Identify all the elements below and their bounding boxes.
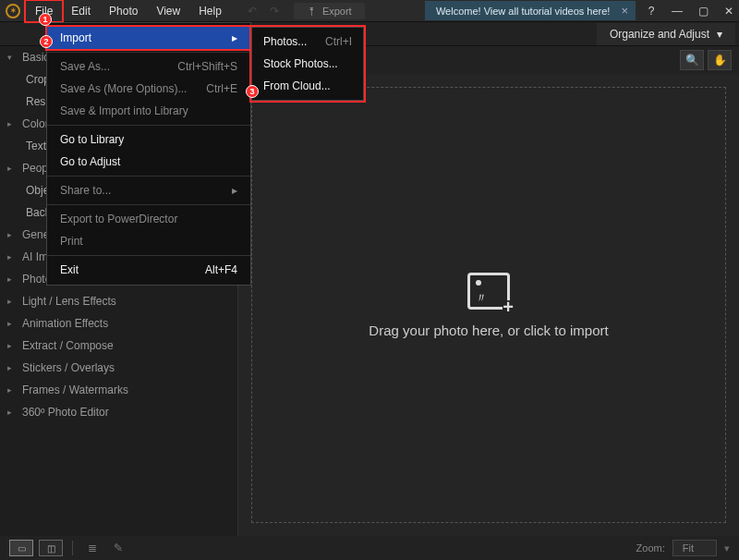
image-placeholder-icon: 〃+ — [467, 273, 510, 310]
undo-icon: ↶ — [242, 2, 262, 20]
menu-item[interactable]: ExitAlt+F4 — [47, 259, 250, 281]
brush-icon[interactable]: ✎ — [108, 539, 128, 557]
menu-item-label: Save As... — [60, 60, 110, 73]
menu-item-label: Import — [60, 31, 91, 44]
drop-text: Drag your photo here, or click to import — [369, 323, 608, 338]
submenu-item[interactable]: Photos...Ctrl+I — [252, 30, 363, 53]
caret-icon: ▸ — [7, 252, 17, 262]
titlebar: ✶ FileEditPhotoViewHelp ↶ ↷ ⭱ Export Wel… — [0, 0, 739, 22]
hand-icon: ✋ — [713, 54, 727, 67]
submenu-item[interactable]: From Cloud... — [252, 75, 363, 97]
sidebar-item-label: Gene — [22, 228, 49, 241]
caret-icon: ▸ — [7, 408, 17, 417]
callout-3: 3 — [246, 85, 259, 98]
close-icon[interactable]: × — [621, 4, 628, 18]
sidebar-item-label: 360º Photo Editor — [22, 406, 109, 419]
menu-item-shortcut: ▸ — [232, 31, 237, 44]
menu-separator — [47, 255, 250, 256]
menu-item: Export to PowerDirector — [47, 208, 250, 230]
menu-separator — [47, 52, 250, 53]
menu-item: Save As (More Options)...Ctrl+E — [47, 78, 250, 100]
caret-icon: ▸ — [7, 297, 17, 306]
caret-icon: ▸ — [7, 319, 17, 328]
file-menu: Import▸Save As...Ctrl+Shift+SSave As (Mo… — [46, 22, 251, 286]
submenu-item-label: Photos... — [263, 35, 307, 48]
chevron-down-icon: ▾ — [717, 28, 722, 41]
app-logo: ✶ — [6, 4, 20, 18]
menu-item-label: Go to Adjust — [60, 155, 120, 168]
export-icon: ⭱ — [307, 6, 317, 17]
caret-icon: ▸ — [7, 385, 17, 395]
close-button[interactable]: ✕ — [719, 2, 739, 20]
sidebar-item[interactable]: ▸Light / Lens Effects — [0, 290, 237, 312]
canvas-area: 🔍 ✋ 〃+ Drag your photo here, or click to… — [238, 46, 739, 536]
menu-help[interactable]: Help — [189, 1, 231, 21]
menu-item-label: Exit — [60, 263, 79, 276]
sidebar-item[interactable]: ▸Extract / Compose — [0, 335, 237, 357]
sidebar-item[interactable]: ▸360º Photo Editor — [0, 401, 237, 423]
minimize-button[interactable]: — — [667, 2, 687, 20]
mode-label: Organize and Adjust — [610, 28, 709, 41]
menu-item-label: Save As (More Options)... — [60, 82, 187, 95]
caret-icon: ▸ — [7, 119, 17, 128]
mode-button[interactable]: Organize and Adjust ▾ — [597, 23, 735, 45]
pan-button[interactable]: ✋ — [708, 50, 732, 70]
menu-item[interactable]: Go to Adjust — [47, 151, 250, 173]
caret-icon: ▸ — [7, 230, 17, 239]
maximize-button[interactable]: ▢ — [693, 2, 713, 20]
welcome-banner[interactable]: Welcome! View all tutorial videos here! … — [425, 1, 636, 20]
menu-edit[interactable]: Edit — [62, 1, 100, 21]
view-split-button[interactable]: ◫ — [39, 540, 63, 556]
export-label: Export — [322, 6, 352, 17]
caret-icon: ▸ — [7, 341, 17, 350]
menu-separator — [47, 125, 250, 126]
callout-1: 1 — [39, 13, 52, 26]
sidebar-item-label: Color — [22, 117, 49, 130]
menu-item-shortcut: Ctrl+E — [206, 82, 237, 95]
histogram-icon[interactable]: ≣ — [82, 539, 103, 557]
submenu-item-label: Stock Photos... — [263, 57, 338, 70]
menu-item-label: Go to Library — [60, 133, 124, 146]
menu-item: Print — [47, 230, 250, 252]
zoom-select[interactable]: Fit — [672, 540, 717, 556]
menu-separator — [47, 204, 250, 205]
menu-item-shortcut: ▸ — [232, 184, 237, 197]
menu-item[interactable]: Go to Library — [47, 128, 250, 151]
search-button[interactable]: 🔍 — [680, 50, 704, 70]
menu-separator — [47, 176, 250, 177]
submenu-item[interactable]: Stock Photos... — [252, 53, 363, 75]
menu-item: Share to...▸ — [47, 179, 250, 201]
menu-item[interactable]: Import▸ — [47, 27, 250, 49]
menu-photo[interactable]: Photo — [100, 1, 147, 21]
sidebar-item-label: Animation Effects — [22, 317, 108, 330]
submenu-item-label: From Cloud... — [263, 79, 331, 92]
callout-2: 2 — [40, 35, 53, 48]
submenu-item-shortcut: Ctrl+I — [325, 35, 352, 48]
sidebar-item[interactable]: ▸Frames / Watermarks — [0, 379, 237, 401]
view-single-button[interactable]: ▭ — [9, 540, 33, 556]
sidebar-item[interactable]: ▸Stickers / Overlays — [0, 357, 237, 379]
zoom-control: Zoom: Fit ▾ — [636, 540, 730, 556]
caret-icon: ▸ — [7, 363, 17, 372]
bottom-bar: ▭ ◫ ≣ ✎ Zoom: Fit ▾ — [0, 536, 739, 560]
welcome-text: Welcome! View all tutorial videos here! — [436, 6, 611, 17]
menu-item-label: Save & Import into Library — [60, 104, 188, 117]
sidebar-item-label: Extract / Compose — [22, 339, 114, 352]
sidebar-item[interactable]: ▸Animation Effects — [0, 312, 237, 335]
help-button[interactable]: ? — [641, 2, 661, 20]
menu-item: Save & Import into Library — [47, 100, 250, 122]
export-button[interactable]: ⭱ Export — [294, 3, 365, 19]
sidebar-item-label: Frames / Watermarks — [22, 383, 128, 396]
chevron-down-icon[interactable]: ▾ — [724, 542, 730, 554]
search-icon: 🔍 — [685, 54, 699, 67]
sidebar-item-label: Light / Lens Effects — [22, 295, 116, 308]
separator — [72, 541, 73, 555]
menu-item-shortcut: Alt+F4 — [205, 263, 237, 276]
zoom-label: Zoom: — [636, 542, 665, 554]
menu-view[interactable]: View — [147, 1, 189, 21]
drop-area[interactable]: 〃+ Drag your photo here, or click to imp… — [251, 87, 726, 523]
sidebar-item-label: Basic — [22, 51, 49, 64]
redo-icon: ↷ — [264, 2, 285, 20]
menu-item-label: Share to... — [60, 184, 111, 197]
caret-icon: ▾ — [7, 53, 17, 62]
